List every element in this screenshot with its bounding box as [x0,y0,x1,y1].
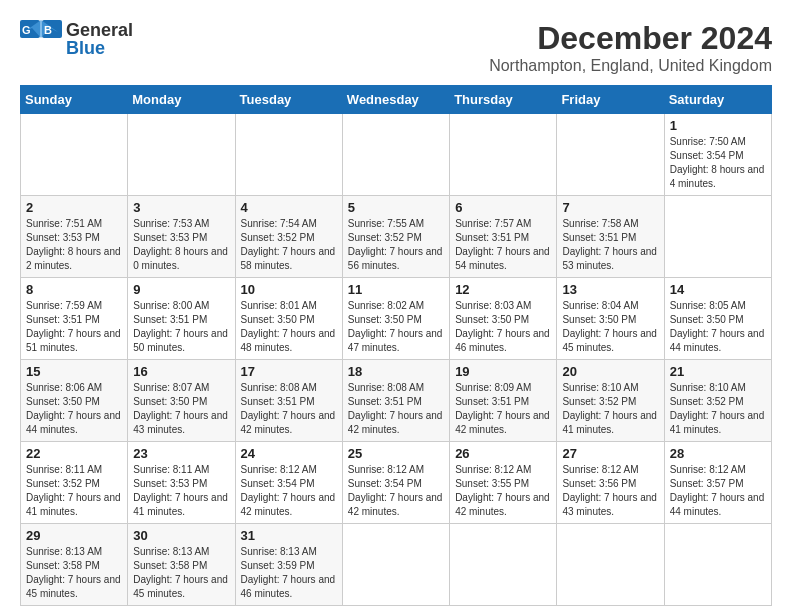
day-header-friday: Friday [557,86,664,114]
calendar-day-22: 22Sunrise: 8:11 AMSunset: 3:52 PMDayligh… [21,442,128,524]
calendar-day-6: 6Sunrise: 7:57 AMSunset: 3:51 PMDaylight… [450,196,557,278]
empty-cell [21,114,128,196]
empty-cell [450,114,557,196]
calendar-day-10: 10Sunrise: 8:01 AMSunset: 3:50 PMDayligh… [235,278,342,360]
calendar-week-1: 1Sunrise: 7:50 AMSunset: 3:54 PMDaylight… [21,114,772,196]
calendar-day-11: 11Sunrise: 8:02 AMSunset: 3:50 PMDayligh… [342,278,449,360]
day-header-tuesday: Tuesday [235,86,342,114]
calendar-day-1: 1Sunrise: 7:50 AMSunset: 3:54 PMDaylight… [664,114,771,196]
calendar-table: SundayMondayTuesdayWednesdayThursdayFrid… [20,85,772,606]
calendar-header-row: SundayMondayTuesdayWednesdayThursdayFrid… [21,86,772,114]
calendar-day-27: 27Sunrise: 8:12 AMSunset: 3:56 PMDayligh… [557,442,664,524]
empty-cell [664,196,771,278]
calendar-day-14: 14Sunrise: 8:05 AMSunset: 3:50 PMDayligh… [664,278,771,360]
calendar-day-13: 13Sunrise: 8:04 AMSunset: 3:50 PMDayligh… [557,278,664,360]
day-header-sunday: Sunday [21,86,128,114]
svg-text:G: G [22,24,31,36]
calendar-day-3: 3Sunrise: 7:53 AMSunset: 3:53 PMDaylight… [128,196,235,278]
calendar-week-3: 8Sunrise: 7:59 AMSunset: 3:51 PMDaylight… [21,278,772,360]
day-header-thursday: Thursday [450,86,557,114]
calendar-day-5: 5Sunrise: 7:55 AMSunset: 3:52 PMDaylight… [342,196,449,278]
calendar-day-16: 16Sunrise: 8:07 AMSunset: 3:50 PMDayligh… [128,360,235,442]
calendar-day-20: 20Sunrise: 8:10 AMSunset: 3:52 PMDayligh… [557,360,664,442]
calendar-day-31: 31Sunrise: 8:13 AMSunset: 3:59 PMDayligh… [235,524,342,606]
calendar-day-29: 29Sunrise: 8:13 AMSunset: 3:58 PMDayligh… [21,524,128,606]
calendar-day-12: 12Sunrise: 8:03 AMSunset: 3:50 PMDayligh… [450,278,557,360]
logo-icon: G B [20,20,62,58]
calendar-title: December 2024 [489,20,772,57]
calendar-day-7: 7Sunrise: 7:58 AMSunset: 3:51 PMDaylight… [557,196,664,278]
calendar-day-28: 28Sunrise: 8:12 AMSunset: 3:57 PMDayligh… [664,442,771,524]
calendar-day-9: 9Sunrise: 8:00 AMSunset: 3:51 PMDaylight… [128,278,235,360]
logo-blue: Blue [66,39,133,57]
calendar-day-4: 4Sunrise: 7:54 AMSunset: 3:52 PMDaylight… [235,196,342,278]
calendar-day-2: 2Sunrise: 7:51 AMSunset: 3:53 PMDaylight… [21,196,128,278]
calendar-day-8: 8Sunrise: 7:59 AMSunset: 3:51 PMDaylight… [21,278,128,360]
logo: G B General Blue [20,20,133,58]
empty-cell [664,524,771,606]
calendar-day-23: 23Sunrise: 8:11 AMSunset: 3:53 PMDayligh… [128,442,235,524]
day-header-monday: Monday [128,86,235,114]
empty-cell [235,114,342,196]
page-header: G B General Blue December 2024 Northampt… [20,20,772,75]
calendar-day-24: 24Sunrise: 8:12 AMSunset: 3:54 PMDayligh… [235,442,342,524]
calendar-day-17: 17Sunrise: 8:08 AMSunset: 3:51 PMDayligh… [235,360,342,442]
calendar-day-18: 18Sunrise: 8:08 AMSunset: 3:51 PMDayligh… [342,360,449,442]
empty-cell [128,114,235,196]
empty-cell [342,114,449,196]
calendar-week-6: 29Sunrise: 8:13 AMSunset: 3:58 PMDayligh… [21,524,772,606]
empty-cell [557,114,664,196]
calendar-day-26: 26Sunrise: 8:12 AMSunset: 3:55 PMDayligh… [450,442,557,524]
calendar-day-15: 15Sunrise: 8:06 AMSunset: 3:50 PMDayligh… [21,360,128,442]
logo-general: General [66,21,133,39]
calendar-day-30: 30Sunrise: 8:13 AMSunset: 3:58 PMDayligh… [128,524,235,606]
svg-text:B: B [44,24,52,36]
calendar-week-2: 2Sunrise: 7:51 AMSunset: 3:53 PMDaylight… [21,196,772,278]
calendar-week-4: 15Sunrise: 8:06 AMSunset: 3:50 PMDayligh… [21,360,772,442]
empty-cell [557,524,664,606]
calendar-day-25: 25Sunrise: 8:12 AMSunset: 3:54 PMDayligh… [342,442,449,524]
title-block: December 2024 Northampton, England, Unit… [489,20,772,75]
empty-cell [450,524,557,606]
calendar-week-5: 22Sunrise: 8:11 AMSunset: 3:52 PMDayligh… [21,442,772,524]
day-header-wednesday: Wednesday [342,86,449,114]
calendar-day-19: 19Sunrise: 8:09 AMSunset: 3:51 PMDayligh… [450,360,557,442]
calendar-subtitle: Northampton, England, United Kingdom [489,57,772,75]
day-header-saturday: Saturday [664,86,771,114]
empty-cell [342,524,449,606]
calendar-day-21: 21Sunrise: 8:10 AMSunset: 3:52 PMDayligh… [664,360,771,442]
